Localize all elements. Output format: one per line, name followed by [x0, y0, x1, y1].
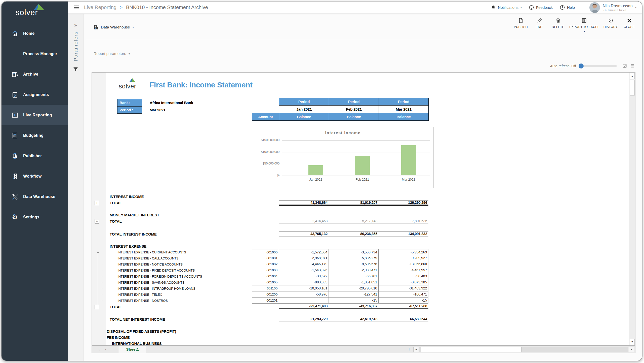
- period-label-cell: Period :: [117, 106, 142, 114]
- solver-logo: solver: [2, 2, 68, 23]
- y-axis-tick: $100,000,000: [252, 150, 279, 154]
- breadcrumb-current-page: BNK010 - Income Statement Archive: [126, 5, 208, 10]
- filter-funnel-icon[interactable]: [73, 67, 78, 72]
- bar-mar: [401, 145, 416, 175]
- report-logo-text: solver: [119, 83, 136, 90]
- sidebar-item-settings[interactable]: ⚙ Settings: [2, 207, 68, 227]
- vertical-scroll-thumb[interactable]: [630, 80, 635, 96]
- solver-triangle-icon: [129, 78, 136, 83]
- auto-refresh-control: Auto-refresh: Off: [550, 63, 635, 68]
- sidebar-item-archive[interactable]: Archive: [2, 64, 68, 84]
- balance-cell: -13,056,860: [379, 261, 428, 267]
- sidebar-item-label: Budgeting: [23, 133, 44, 138]
- excel-export-icon: [581, 18, 587, 23]
- report-info-table: Bank: Africa International Bank Period :…: [117, 99, 193, 114]
- balance-cell: -3,073,385: [379, 279, 428, 285]
- balance-cell: 86,236,355: [329, 232, 379, 236]
- close-button[interactable]: CLOSE: [620, 18, 638, 29]
- sidebar-item-home[interactable]: Home: [2, 23, 68, 44]
- sidebar: solver Home Process Manager Archive: [2, 2, 68, 361]
- balance-cell: -22,471,403: [279, 304, 329, 308]
- sidebar-item-label: Workflow: [23, 174, 42, 179]
- breadcrumb-live-reporting[interactable]: Live Reporting: [84, 5, 116, 10]
- edit-button[interactable]: EDIT: [530, 18, 549, 29]
- sidebar-item-budgeting[interactable]: Budgeting: [2, 125, 68, 146]
- grid-view-icon[interactable]: [630, 63, 635, 68]
- publish-button[interactable]: PUBLISH: [511, 18, 530, 29]
- month-cell: Mar 2021: [379, 105, 429, 113]
- hamburger-menu-icon[interactable]: [74, 5, 79, 10]
- balance-cell: -4,467,957: [379, 267, 428, 273]
- divider: [86, 40, 639, 40]
- collapse-group-button[interactable]: −: [95, 305, 99, 309]
- expense-row: INTEREST EXPENSE - INTRAGROUP HOME LOANS…: [106, 285, 629, 291]
- notifications-label: Notifications: [498, 5, 518, 10]
- report-content: solver First Bank: Income Statement Bank…: [106, 73, 629, 345]
- bar-feb: [355, 156, 370, 175]
- help-button[interactable]: ? Help: [560, 5, 575, 10]
- delete-button[interactable]: DELETE: [549, 18, 567, 29]
- sidebar-item-label: Settings: [23, 215, 39, 219]
- gear-icon: ⚙: [11, 214, 19, 220]
- sidebar-item-process-manager[interactable]: Process Manager: [2, 44, 68, 64]
- horizontal-scrollbar[interactable]: ⋮ ◄ ►: [408, 346, 635, 353]
- balance-cell: 41,348,664: [279, 201, 329, 205]
- data-source-selector[interactable]: Data Warehouse ▾: [94, 25, 134, 30]
- scroll-left-button[interactable]: ◄: [413, 347, 419, 352]
- interest-income-total-row: TOTAL 41,348,664 81,019,207 126,290,296: [106, 200, 629, 206]
- history-button[interactable]: HISTORY: [601, 18, 620, 29]
- sidebar-item-label: Home: [23, 31, 34, 36]
- slider-knob[interactable]: [579, 63, 584, 69]
- previous-sheet-button[interactable]: ‹: [96, 347, 102, 352]
- horizontal-scroll-track[interactable]: [419, 347, 628, 352]
- sidebar-item-label: Process Manager: [23, 52, 57, 56]
- scroll-right-button[interactable]: ►: [629, 347, 634, 352]
- sidebar-item-data-warehouse[interactable]: Data Warehouse: [2, 186, 68, 207]
- expand-parameters-icon[interactable]: »: [74, 22, 77, 28]
- account-cell: 601005: [252, 279, 279, 285]
- parameters-panel-label[interactable]: Parameters: [73, 31, 79, 61]
- sheet-tab[interactable]: Sheet1: [119, 346, 146, 353]
- auto-refresh-slider[interactable]: [579, 65, 617, 67]
- open-in-window-icon[interactable]: [622, 63, 627, 68]
- feedback-label: Feedback: [536, 5, 553, 10]
- assignments-clipboard-icon: [11, 91, 19, 98]
- sidebar-item-live-reporting[interactable]: Live Reporting: [2, 105, 68, 125]
- publish-label: PUBLISH: [514, 25, 528, 29]
- total-interest-income-row: TOTAL INTEREST INCOME 43,765,132 86,236,…: [106, 231, 629, 238]
- expand-group-button[interactable]: +: [95, 201, 99, 205]
- data-warehouse-tools-icon: [11, 193, 19, 200]
- period-header-cell: Period: [329, 98, 379, 106]
- balance-cell: 21,293,729: [279, 317, 329, 321]
- parameters-panel: » Parameters: [68, 14, 84, 361]
- vertical-scrollbar[interactable]: ▲ ▼: [629, 73, 635, 345]
- sidebar-item-workflow[interactable]: Workflow: [2, 166, 68, 186]
- income-statement: INTEREST INCOME TOTAL 41,348,664 81,019,…: [106, 193, 629, 345]
- scroll-down-button[interactable]: ▼: [630, 339, 635, 345]
- notifications-button[interactable]: Notifications ▾: [491, 5, 522, 10]
- balance-cell: -3,553,734: [329, 249, 379, 255]
- next-sheet-button[interactable]: ›: [102, 347, 108, 352]
- live-reporting-icon: [11, 112, 19, 119]
- outline-gutter: + + −: [92, 73, 106, 345]
- report-parameters-toggle[interactable]: Report parameters ▾: [94, 51, 130, 56]
- sidebar-item-label: Archive: [23, 72, 38, 77]
- user-menu[interactable]: Nils Rasmussen 01. Banking Demo ▾: [589, 2, 636, 13]
- smiley-icon: [529, 5, 534, 10]
- period-header-table: Period Period Period Jan 2021 Feb 2021 M…: [252, 98, 428, 120]
- balance-cell: 2,416,468: [279, 219, 329, 223]
- horizontal-scroll-thumb[interactable]: [421, 347, 521, 352]
- sidebar-item-assignments[interactable]: Assignments: [2, 84, 68, 105]
- publish-page-icon: [518, 18, 524, 23]
- splitter-handle-icon[interactable]: ⋮: [408, 348, 411, 351]
- scroll-up-button[interactable]: ▲: [630, 73, 635, 79]
- chevron-down-icon: ▾: [129, 52, 130, 55]
- feedback-button[interactable]: Feedback: [529, 5, 553, 10]
- expand-group-button[interactable]: +: [95, 219, 99, 224]
- export-to-excel-button[interactable]: EXPORT TO EXCEL ▾: [567, 18, 601, 33]
- balance-cell: -43,716,837: [329, 304, 379, 308]
- sidebar-item-publisher[interactable]: Publisher: [2, 146, 68, 166]
- home-icon: [11, 30, 19, 37]
- sheet-tab-bar: ‹ › Sheet1 ⋮ ◄ ►: [92, 346, 635, 353]
- account-cell: 601002: [252, 261, 279, 267]
